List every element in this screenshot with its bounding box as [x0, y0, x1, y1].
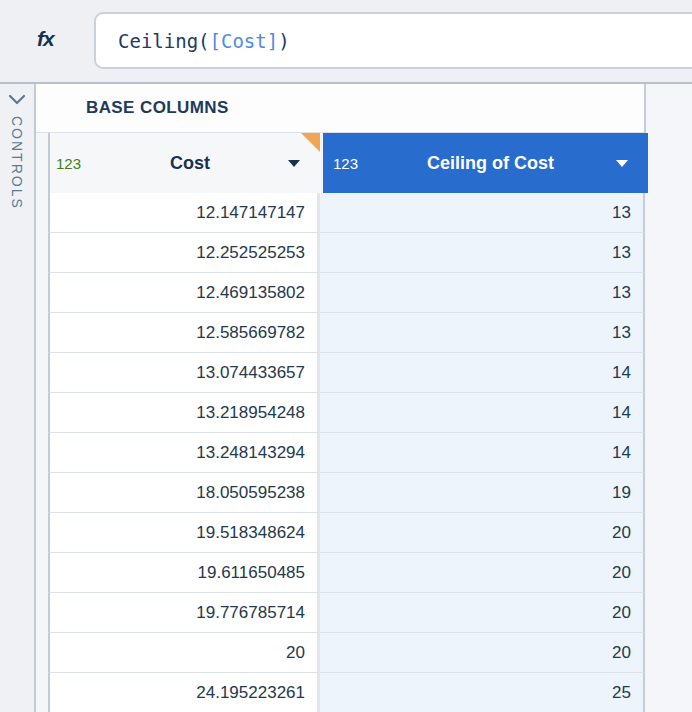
- cost-cell[interactable]: 13.218954248: [48, 393, 320, 433]
- ceiling-of-cost-cell[interactable]: 14: [320, 393, 645, 433]
- cost-cell[interactable]: 12.585669782: [48, 313, 320, 353]
- column-header-cost[interactable]: 123 Cost: [48, 133, 320, 193]
- ceiling-of-cost-cell[interactable]: 13: [320, 193, 645, 233]
- main-content: CONTROLS BASE COLUMNS 123 Cost 123 Ceili…: [0, 84, 692, 712]
- controls-panel-label: CONTROLS: [9, 116, 25, 210]
- cost-cell[interactable]: 18.050595238: [48, 473, 320, 513]
- column-header-ceiling-of-cost[interactable]: 123 Ceiling of Cost: [323, 133, 648, 193]
- cost-cell[interactable]: 12.469135802: [48, 273, 320, 313]
- column-headers-row: 123 Cost 123 Ceiling of Cost: [36, 133, 692, 193]
- cost-cell[interactable]: 13.074433657: [48, 353, 320, 393]
- number-type-icon: 123: [323, 155, 365, 172]
- fx-icon: fx: [37, 27, 54, 51]
- ceiling-of-cost-cell[interactable]: 13: [320, 273, 645, 313]
- formula-bar: fx Ceiling([Cost]): [0, 0, 692, 84]
- table-row: 12.46913580213: [48, 273, 692, 313]
- table-row: 18.05059523819: [48, 473, 692, 513]
- ceiling-of-cost-cell[interactable]: 13: [320, 233, 645, 273]
- table-row: 19.77678571420: [48, 593, 692, 633]
- formula-close-token: ): [278, 30, 289, 52]
- column-title: Cost: [92, 153, 288, 174]
- column-flag-icon: [301, 133, 320, 152]
- table-row: 12.14714714713: [48, 193, 692, 233]
- ceiling-of-cost-cell[interactable]: 20: [320, 553, 645, 593]
- formula-input[interactable]: Ceiling([Cost]): [94, 12, 692, 69]
- data-grid: BASE COLUMNS 123 Cost 123 Ceiling of Cos…: [36, 84, 692, 712]
- table-row: 13.07443365714: [48, 353, 692, 393]
- ceiling-of-cost-cell[interactable]: 14: [320, 353, 645, 393]
- ceiling-of-cost-cell[interactable]: 13: [320, 313, 645, 353]
- ceiling-of-cost-cell[interactable]: 20: [320, 593, 645, 633]
- cost-cell[interactable]: 19.776785714: [48, 593, 320, 633]
- controls-panel-rail[interactable]: CONTROLS: [0, 84, 36, 712]
- cost-cell[interactable]: 12.147147147: [48, 193, 320, 233]
- ceiling-of-cost-cell[interactable]: 20: [320, 633, 645, 673]
- table-rows: 12.1471471471312.2525252531312.469135802…: [36, 193, 692, 712]
- ceiling-of-cost-cell[interactable]: 20: [320, 513, 645, 553]
- table-row: 19.61165048520: [48, 553, 692, 593]
- column-menu-caret-icon[interactable]: [288, 160, 300, 167]
- table-row: 12.25252525313: [48, 233, 692, 273]
- cost-cell[interactable]: 24.195223261: [48, 673, 320, 712]
- cost-cell[interactable]: 19.518348624: [48, 513, 320, 553]
- column-menu-caret-icon[interactable]: [616, 160, 628, 167]
- table-row: 19.51834862420: [48, 513, 692, 553]
- chevron-down-icon[interactable]: [8, 94, 26, 106]
- table-row: 2020: [48, 633, 692, 673]
- ceiling-of-cost-cell[interactable]: 19: [320, 473, 645, 513]
- cost-cell[interactable]: 20: [48, 633, 320, 673]
- ceiling-of-cost-cell[interactable]: 14: [320, 433, 645, 473]
- table-row: 12.58566978213: [48, 313, 692, 353]
- cost-cell[interactable]: 13.248143294: [48, 433, 320, 473]
- table-row: 24.19522326125: [48, 673, 692, 712]
- formula-field-token: [Cost]: [210, 30, 279, 52]
- column-group-header: BASE COLUMNS: [36, 84, 646, 133]
- ceiling-of-cost-cell[interactable]: 25: [320, 673, 645, 712]
- formula-function-token: Ceiling(: [118, 30, 210, 52]
- app-window: fx Ceiling([Cost]) CONTROLS BASE COLUMNS…: [0, 0, 692, 712]
- cost-cell[interactable]: 12.252525253: [48, 233, 320, 273]
- column-title: Ceiling of Cost: [365, 153, 616, 174]
- cost-cell[interactable]: 19.611650485: [48, 553, 320, 593]
- number-type-icon: 123: [50, 155, 92, 172]
- table-row: 13.21895424814: [48, 393, 692, 433]
- table-row: 13.24814329414: [48, 433, 692, 473]
- column-group-title: BASE COLUMNS: [86, 98, 229, 118]
